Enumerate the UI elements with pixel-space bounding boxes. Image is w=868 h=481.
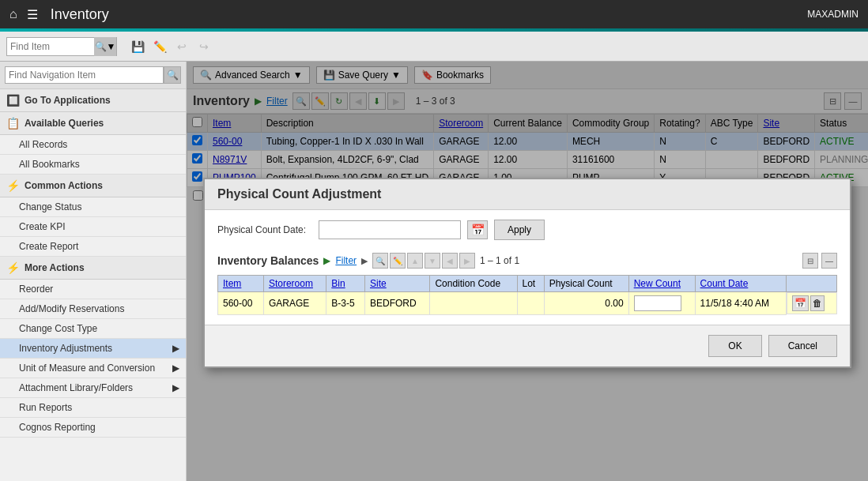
- modal-next-icon[interactable]: ▶: [459, 253, 475, 269]
- modal-bin-link[interactable]: Bin: [331, 278, 345, 289]
- modal-col-actions: [787, 276, 837, 292]
- main-toolbar: 🔍▼ 💾 ✏️ ↩ ↪: [0, 32, 868, 62]
- more-actions-label: More Actions: [25, 262, 85, 273]
- find-item-input[interactable]: [7, 38, 94, 55]
- sidebar-item-create-kpi[interactable]: Create KPI: [0, 217, 186, 237]
- modal-nav-icons: 🔍 ✏️ ▲ ▼ ◀ ▶: [372, 253, 475, 269]
- go-to-applications-label: Go To Applications: [25, 95, 111, 106]
- modal-col-count-date: Count Date: [695, 276, 786, 292]
- modal-col-item: Item: [218, 276, 264, 292]
- inventory-balances-table: Item Storeroom Bin Site Condition Code L…: [217, 275, 837, 315]
- more-actions-icon: ⚡: [6, 261, 20, 274]
- modal-count-date-link[interactable]: Count Date: [700, 278, 749, 289]
- available-queries-label: Available Queries: [25, 118, 104, 129]
- modal-body: Physical Count Date: 📅 Apply Inventory B…: [205, 210, 850, 325]
- attachment-library-label: Attachment Library/Folders: [19, 382, 133, 393]
- sidebar-item-reorder[interactable]: Reorder: [0, 280, 186, 299]
- go-to-apps-icon: 🔲: [6, 94, 20, 107]
- modal-col-storeroom: Storeroom: [263, 276, 326, 292]
- modal-row-storeroom: GARAGE: [263, 292, 326, 315]
- inner-filter-arrow: ▶: [361, 256, 368, 266]
- sidebar-item-add-modify-reservations[interactable]: Add/Modify Reservations: [0, 299, 186, 319]
- sidebar-item-inventory-adjustments[interactable]: Inventory Adjustments ▶: [0, 339, 186, 359]
- home-icon[interactable]: ⌂: [9, 7, 17, 21]
- sidebar-item-available-queries[interactable]: 📋 Available Queries: [0, 112, 186, 135]
- attachment-library-arrow: ▶: [172, 382, 179, 393]
- modal-col-condition-code: Condition Code: [430, 276, 517, 292]
- modal-overlay: Physical Count Adjustment Physical Count…: [187, 62, 868, 481]
- find-item-box[interactable]: 🔍▼: [6, 37, 117, 56]
- common-actions-label: Common Actions: [25, 180, 103, 191]
- inner-filter-link[interactable]: Filter: [335, 255, 357, 266]
- sidebar-item-common-actions[interactable]: ⚡ Common Actions: [0, 175, 186, 197]
- modal-new-count-link[interactable]: New Count: [634, 278, 681, 289]
- forward-icon[interactable]: ↪: [194, 37, 213, 56]
- cancel-btn[interactable]: Cancel: [768, 335, 837, 357]
- calendar-btn[interactable]: 📅: [467, 220, 488, 239]
- modal-title: Physical Count Adjustment: [205, 179, 850, 210]
- edit-icon[interactable]: ✏️: [150, 37, 169, 56]
- new-count-input[interactable]: [634, 295, 681, 311]
- sidebar-item-all-bookmarks[interactable]: All Bookmarks: [0, 155, 186, 175]
- modal-row-count-date: 11/5/18 4:40 AM: [695, 292, 786, 315]
- modal-edit-icon[interactable]: ✏️: [390, 253, 406, 269]
- modal-export-icon[interactable]: ⊟: [802, 253, 818, 269]
- unit-of-measure-label: Unit of Measure and Conversion: [19, 363, 155, 374]
- inventory-adjustments-arrow: ▶: [172, 343, 179, 354]
- sidebar-search-input[interactable]: [5, 66, 164, 84]
- inventory-adjustments-label: Inventory Adjustments: [19, 343, 112, 354]
- sidebar: 🔍 🔲 Go To Applications 📋 Available Queri…: [0, 62, 187, 481]
- physical-count-date-label: Physical Count Date:: [217, 224, 312, 235]
- modal-search-icon[interactable]: 🔍: [372, 253, 388, 269]
- sidebar-item-attachment-library[interactable]: Attachment Library/Folders ▶: [0, 378, 186, 398]
- modal-footer: OK Cancel: [205, 325, 850, 366]
- user-name: MAXADMIN: [807, 9, 859, 20]
- count-date-value: 11/5/18 4:40 AM: [700, 298, 769, 309]
- available-queries-icon: 📋: [6, 117, 20, 130]
- modal-row-condition-code: [430, 292, 517, 315]
- calendar-row-btn[interactable]: 📅: [792, 295, 809, 311]
- modal-item-link[interactable]: Item: [223, 278, 241, 289]
- ok-btn[interactable]: OK: [708, 335, 761, 357]
- physical-count-date-row: Physical Count Date: 📅 Apply: [217, 220, 837, 240]
- app-title: Inventory: [51, 6, 808, 23]
- inventory-balances-title: Inventory Balances: [217, 254, 319, 267]
- modal-row-actions: 📅 🗑: [787, 292, 836, 314]
- sidebar-item-cognos-reporting[interactable]: Cognos Reporting: [0, 418, 186, 438]
- inner-filter-play-icon: ▶: [323, 255, 330, 266]
- sidebar-item-change-status[interactable]: Change Status: [0, 197, 186, 217]
- modal-down-icon[interactable]: ▼: [425, 253, 440, 269]
- sidebar-search-icon[interactable]: 🔍: [164, 66, 181, 84]
- content-area: 🔍 Advanced Search ▼ 💾 Save Query ▼ 🔖 Boo…: [187, 62, 868, 481]
- top-bar: ⌂ ☰ Inventory MAXADMIN: [0, 0, 868, 28]
- modal-col-lot: Lot: [517, 276, 544, 292]
- sidebar-item-more-actions[interactable]: ⚡ More Actions: [0, 257, 186, 280]
- modal-col-site: Site: [365, 276, 430, 292]
- sidebar-item-unit-of-measure[interactable]: Unit of Measure and Conversion ▶: [0, 359, 186, 378]
- sidebar-item-change-cost-type[interactable]: Change Cost Type: [0, 319, 186, 339]
- back-icon[interactable]: ↩: [172, 37, 191, 56]
- modal-up-icon[interactable]: ▲: [407, 253, 423, 269]
- modal-storeroom-link[interactable]: Storeroom: [269, 278, 313, 289]
- delete-row-btn[interactable]: 🗑: [810, 295, 825, 311]
- modal-row-new-count[interactable]: [628, 292, 695, 315]
- modal-row-site: BEDFORD: [365, 292, 430, 315]
- physical-count-date-input[interactable]: [319, 220, 461, 239]
- modal-inner-table-header: Inventory Balances ▶ Filter ▶ 🔍 ✏️ ▲ ▼ ◀…: [217, 250, 837, 272]
- common-actions-icon: ⚡: [6, 179, 20, 192]
- modal-site-link[interactable]: Site: [370, 278, 387, 289]
- save-icon[interactable]: 💾: [128, 37, 147, 56]
- sidebar-item-all-records[interactable]: All Records: [0, 135, 186, 155]
- find-item-search-btn[interactable]: 🔍▼: [94, 37, 116, 56]
- modal-prev-icon[interactable]: ◀: [442, 253, 458, 269]
- sidebar-item-create-report[interactable]: Create Report: [0, 237, 186, 257]
- apply-btn[interactable]: Apply: [494, 220, 545, 240]
- toolbar-actions: 💾 ✏️ ↩ ↪: [128, 37, 213, 56]
- modal-row-lot: [517, 292, 544, 315]
- main-area: 🔍 🔲 Go To Applications 📋 Available Queri…: [0, 62, 868, 481]
- menu-icon[interactable]: ☰: [27, 7, 38, 22]
- modal-collapse-icon[interactable]: —: [821, 253, 837, 269]
- sidebar-item-run-reports[interactable]: Run Reports: [0, 398, 186, 418]
- sidebar-search-bar: 🔍: [0, 62, 186, 89]
- sidebar-item-go-to-applications[interactable]: 🔲 Go To Applications: [0, 89, 186, 112]
